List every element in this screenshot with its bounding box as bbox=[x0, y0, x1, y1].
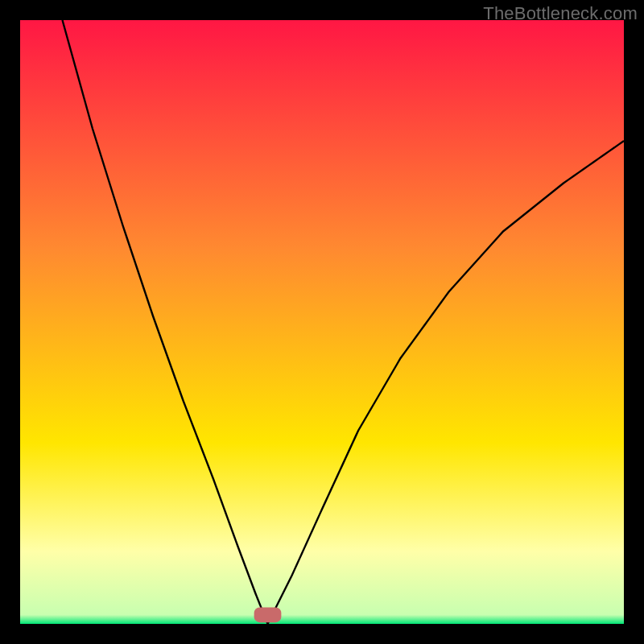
bottleneck-plot bbox=[20, 20, 624, 624]
minimum-marker bbox=[254, 607, 282, 622]
attribution-text: TheBottleneck.com bbox=[483, 3, 638, 24]
gradient-background bbox=[20, 20, 624, 624]
chart-frame: TheBottleneck.com bbox=[0, 0, 644, 644]
